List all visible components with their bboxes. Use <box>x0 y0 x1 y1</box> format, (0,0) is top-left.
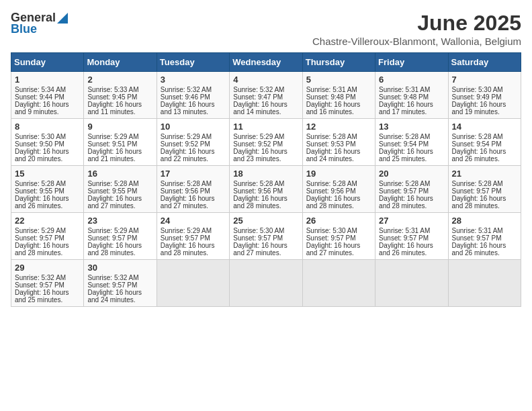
day-number: 6 <box>379 75 444 85</box>
calendar-day-cell <box>375 260 448 307</box>
day-number: 3 <box>161 75 226 85</box>
sunrise-text: Sunrise: 5:29 AM <box>87 133 138 140</box>
sunrise-text: Sunrise: 5:32 AM <box>87 274 138 281</box>
daylight-text: Daylight: 16 hours and 28 minutes. <box>233 195 287 210</box>
weekday-header: Tuesday <box>157 53 229 72</box>
sunset-text: Sunset: 9:55 PM <box>15 187 64 195</box>
day-number: 12 <box>306 122 371 132</box>
daylight-text: Daylight: 16 hours and 23 minutes. <box>233 148 287 163</box>
daylight-text: Daylight: 16 hours and 22 minutes. <box>161 148 215 163</box>
sunset-text: Sunset: 9:57 PM <box>452 187 502 195</box>
daylight-text: Daylight: 16 hours and 13 minutes. <box>161 101 215 116</box>
day-number: 30 <box>87 263 152 273</box>
calendar-day-cell: 12Sunrise: 5:28 AMSunset: 9:53 PMDayligh… <box>302 119 375 166</box>
sunset-text: Sunset: 9:56 PM <box>306 187 356 195</box>
daylight-text: Daylight: 16 hours and 27 minutes. <box>233 242 287 257</box>
sunrise-text: Sunrise: 5:30 AM <box>452 86 503 93</box>
sunrise-text: Sunrise: 5:28 AM <box>452 180 503 187</box>
sunset-text: Sunset: 9:57 PM <box>15 234 64 242</box>
calendar-table: SundayMondayTuesdayWednesdayThursdayFrid… <box>11 52 521 307</box>
sunrise-text: Sunrise: 5:28 AM <box>87 180 138 187</box>
day-number: 15 <box>15 169 80 179</box>
daylight-text: Daylight: 16 hours and 16 minutes. <box>306 101 361 116</box>
day-number: 25 <box>233 216 298 226</box>
day-number: 14 <box>452 122 517 132</box>
calendar-day-cell: 29Sunrise: 5:32 AMSunset: 9:57 PMDayligh… <box>11 260 84 307</box>
month-title: June 2025 <box>312 11 521 36</box>
calendar-week-row: 8Sunrise: 5:30 AMSunset: 9:50 PMDaylight… <box>11 119 521 166</box>
calendar-day-cell: 7Sunrise: 5:30 AMSunset: 9:49 PMDaylight… <box>448 72 521 119</box>
daylight-text: Daylight: 16 hours and 26 minutes. <box>452 148 506 163</box>
daylight-text: Daylight: 16 hours and 25 minutes. <box>15 289 69 304</box>
sunrise-text: Sunrise: 5:29 AM <box>161 227 212 234</box>
sunset-text: Sunset: 9:48 PM <box>306 93 356 101</box>
sunrise-text: Sunrise: 5:30 AM <box>306 227 357 234</box>
daylight-text: Daylight: 16 hours and 28 minutes. <box>161 242 215 257</box>
calendar-day-cell: 23Sunrise: 5:29 AMSunset: 9:57 PMDayligh… <box>84 213 157 260</box>
calendar-day-cell: 5Sunrise: 5:31 AMSunset: 9:48 PMDaylight… <box>302 72 375 119</box>
calendar-day-cell: 27Sunrise: 5:31 AMSunset: 9:57 PMDayligh… <box>375 213 448 260</box>
sunset-text: Sunset: 9:50 PM <box>15 140 64 148</box>
calendar-week-row: 22Sunrise: 5:29 AMSunset: 9:57 PMDayligh… <box>11 213 521 260</box>
calendar-day-cell: 4Sunrise: 5:32 AMSunset: 9:47 PMDaylight… <box>230 72 302 119</box>
sunrise-text: Sunrise: 5:31 AM <box>379 86 430 93</box>
sunrise-text: Sunrise: 5:32 AM <box>233 86 284 93</box>
calendar-day-cell: 13Sunrise: 5:28 AMSunset: 9:54 PMDayligh… <box>375 119 448 166</box>
calendar-week-row: 29Sunrise: 5:32 AMSunset: 9:57 PMDayligh… <box>11 260 521 307</box>
sunset-text: Sunset: 9:51 PM <box>87 140 137 148</box>
daylight-text: Daylight: 16 hours and 21 minutes. <box>87 148 142 163</box>
calendar-day-cell: 17Sunrise: 5:28 AMSunset: 9:56 PMDayligh… <box>157 166 229 213</box>
calendar-day-cell: 1Sunrise: 5:34 AMSunset: 9:44 PMDaylight… <box>11 72 84 119</box>
calendar-day-cell <box>157 260 229 307</box>
logo-triangle-icon <box>57 13 68 24</box>
day-number: 29 <box>15 263 80 273</box>
calendar-week-row: 15Sunrise: 5:28 AMSunset: 9:55 PMDayligh… <box>11 166 521 213</box>
calendar-day-cell: 22Sunrise: 5:29 AMSunset: 9:57 PMDayligh… <box>11 213 84 260</box>
sunset-text: Sunset: 9:49 PM <box>452 93 502 101</box>
sunset-text: Sunset: 9:52 PM <box>161 140 210 148</box>
weekday-header: Monday <box>84 53 157 72</box>
daylight-text: Daylight: 16 hours and 28 minutes. <box>452 195 506 210</box>
calendar-day-cell: 26Sunrise: 5:30 AMSunset: 9:57 PMDayligh… <box>302 213 375 260</box>
sunset-text: Sunset: 9:56 PM <box>233 187 283 195</box>
sunrise-text: Sunrise: 5:28 AM <box>306 133 357 140</box>
daylight-text: Daylight: 16 hours and 20 minutes. <box>15 148 69 163</box>
sunset-text: Sunset: 9:52 PM <box>233 140 283 148</box>
sunset-text: Sunset: 9:57 PM <box>379 187 429 195</box>
day-number: 20 <box>379 169 444 179</box>
sunset-text: Sunset: 9:57 PM <box>161 234 210 242</box>
day-number: 17 <box>161 169 226 179</box>
daylight-text: Daylight: 16 hours and 28 minutes. <box>379 195 433 210</box>
logo: General Blue <box>11 11 69 36</box>
sunrise-text: Sunrise: 5:34 AM <box>15 86 66 93</box>
calendar-day-cell: 10Sunrise: 5:29 AMSunset: 9:52 PMDayligh… <box>157 119 229 166</box>
logo-blue: Blue <box>11 22 37 36</box>
day-number: 9 <box>87 122 152 132</box>
calendar-day-cell: 20Sunrise: 5:28 AMSunset: 9:57 PMDayligh… <box>375 166 448 213</box>
daylight-text: Daylight: 16 hours and 24 minutes. <box>87 289 142 304</box>
sunrise-text: Sunrise: 5:30 AM <box>233 227 284 234</box>
daylight-text: Daylight: 16 hours and 11 minutes. <box>87 101 142 116</box>
calendar-day-cell <box>448 260 521 307</box>
day-number: 23 <box>87 216 152 226</box>
calendar-day-cell: 14Sunrise: 5:28 AMSunset: 9:54 PMDayligh… <box>448 119 521 166</box>
daylight-text: Daylight: 16 hours and 27 minutes. <box>161 195 215 210</box>
day-number: 24 <box>161 216 226 226</box>
day-number: 22 <box>15 216 80 226</box>
daylight-text: Daylight: 16 hours and 26 minutes. <box>452 242 506 257</box>
day-number: 18 <box>233 169 298 179</box>
calendar-day-cell: 2Sunrise: 5:33 AMSunset: 9:45 PMDaylight… <box>84 72 157 119</box>
sunset-text: Sunset: 9:57 PM <box>452 234 502 242</box>
calendar-day-cell: 21Sunrise: 5:28 AMSunset: 9:57 PMDayligh… <box>448 166 521 213</box>
sunrise-text: Sunrise: 5:28 AM <box>379 133 430 140</box>
sunrise-text: Sunrise: 5:28 AM <box>161 180 212 187</box>
daylight-text: Daylight: 16 hours and 27 minutes. <box>87 195 142 210</box>
sunset-text: Sunset: 9:56 PM <box>161 187 210 195</box>
weekday-header: Sunday <box>11 53 84 72</box>
weekday-header: Friday <box>375 53 448 72</box>
sunset-text: Sunset: 9:57 PM <box>379 234 429 242</box>
day-number: 10 <box>161 122 226 132</box>
daylight-text: Daylight: 16 hours and 28 minutes. <box>87 242 142 257</box>
calendar-day-cell: 6Sunrise: 5:31 AMSunset: 9:48 PMDaylight… <box>375 72 448 119</box>
daylight-text: Daylight: 16 hours and 28 minutes. <box>15 242 69 257</box>
